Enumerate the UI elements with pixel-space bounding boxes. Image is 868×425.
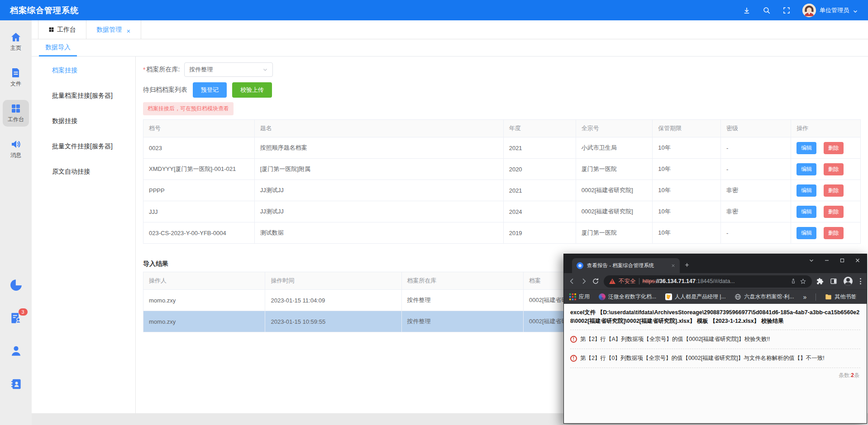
cell-retention: 10年 [653,137,721,159]
menu-item-label: 批量文件挂接[服务器] [52,142,113,150]
delete-button[interactable]: 删除 [824,163,844,175]
contact-book-icon[interactable] [10,378,22,390]
sidebar-item-label: 工作台 [8,116,24,123]
menu-item[interactable]: 批量档案挂接[服务器] [32,83,135,108]
window-titlebar[interactable]: 查看报告 - 档案综合管理系统 [564,254,867,273]
forward-icon[interactable] [580,278,587,285]
fullscreen-icon[interactable] [782,6,791,14]
cell-actions: 编辑 删除 [791,201,861,222]
cell-secrecy: - [720,137,791,159]
edit-button[interactable]: 编辑 [796,142,816,154]
bookmark-item[interactable]: 泛微全程数字化档... [599,293,656,301]
search-icon[interactable] [763,6,771,14]
browser-tab-title: 查看报告 - 档案综合管理系统 [587,262,668,269]
cell-title: JJ测试JJ [254,180,503,201]
menu-item[interactable]: 批量文件挂接[服务器] [32,133,135,159]
delete-button[interactable]: 删除 [824,142,844,154]
table-row: PPPP JJ测试JJ 2021 0002[福建省研究院] 10年 非密 编辑 … [143,180,861,201]
menu-item[interactable]: 数据挂接 [32,108,135,133]
subtab-data-import[interactable]: 数据导入 [39,43,77,56]
url-scheme: https: [643,278,657,284]
bookmark-star-icon[interactable] [800,278,806,285]
tab-data-management[interactable]: 数据管理 [86,20,141,39]
browser-tab[interactable]: 查看报告 - 档案综合管理系统 [572,258,680,273]
more-bookmarks-icon[interactable]: » [803,293,806,301]
preregister-button[interactable]: 预登记 [193,82,227,98]
menu-item-label: 原文自动挂接 [52,168,90,175]
cell-library: 按件整理 [401,311,523,332]
side-panel-icon[interactable] [830,278,837,285]
col-archive-no: 档号 [143,120,255,137]
header-actions: 单位管理员 [743,4,858,17]
library-select[interactable]: 按件整理 [184,62,273,77]
sidebar: 主页 文件 工作台 消息 [0,20,32,425]
security-chip[interactable]: 不安全 [619,278,636,285]
edit-button[interactable]: 编辑 [796,184,816,197]
minimize-icon[interactable] [824,258,830,263]
menu-item[interactable]: 原文自动挂接 [32,159,135,184]
tab-label: 数据管理 [96,26,122,34]
close-icon[interactable] [126,28,131,32]
count-value: 2 [851,372,854,378]
download-icon[interactable] [743,6,751,14]
share-icon[interactable] [790,278,796,284]
extensions-puzzle-icon[interactable] [816,278,824,285]
browser-profile-icon[interactable] [844,277,853,286]
delete-button[interactable]: 删除 [824,227,844,239]
close-tab-icon[interactable] [671,264,675,268]
maximize-icon[interactable] [839,258,845,263]
close-window-icon[interactable] [855,258,860,263]
grid-icon [10,103,21,114]
sidebar-item-label: 文件 [10,80,21,88]
browser-menu-icon[interactable] [859,277,862,285]
cell-year: 2019 [503,222,576,244]
sidebar-item-messages[interactable]: 消息 [3,136,29,162]
record-count: 条数:2条 [570,368,860,383]
error-text: 第【2】行【A】列数据项【全宗号】的值【0002[福建省研究院]】校验失败!! [580,335,770,343]
sidebar-item-files[interactable]: 文件 [3,64,29,91]
edit-button[interactable]: 编辑 [796,206,816,218]
folder-icon [825,293,832,300]
cell-operator: momo.zxy [143,290,265,311]
user-menu[interactable]: 单位管理员 [802,4,858,17]
edit-button[interactable]: 编辑 [796,163,816,175]
bookmarks-bar: 应用 泛微全程数字化档... 人人都是产品经理 |... 六盘水市档案馆-利..… [564,289,867,304]
table-row: JJJ JJ测试JJ 2024 0002[福建省研究院] 10年 非密 编辑 删… [143,201,861,222]
pie-chart-icon[interactable] [10,279,22,291]
window-menu-icon[interactable] [809,258,814,263]
sidebar-item-workbench[interactable]: 工作台 [3,100,29,127]
url-text: https://36.134.71.147:18445/#/data... [643,278,787,284]
menu-item-label: 批量档案挂接[服务器] [52,92,113,99]
divider [816,293,816,301]
archive-table: 档号 题名 年度 全宗号 保管期限 密级 操作 00 [143,119,861,244]
menu-item[interactable]: 档案挂接 [32,57,135,83]
col-title: 题名 [254,120,503,137]
bookmark-label: 泛微全程数字化档... [608,293,656,301]
bookmark-item[interactable]: 人人都是产品经理 |... [665,293,725,301]
new-tab-icon[interactable] [684,261,690,269]
verify-upload-button[interactable]: 校验上传 [232,82,272,98]
address-bar[interactable]: 不安全 https://36.134.71.147:18445/#/data..… [604,275,812,288]
library-form-row: * 档案所在库: 按件整理 [143,62,861,77]
other-bookmarks[interactable]: 其他书签 [825,293,856,301]
col-fonds: 全宗号 [576,120,653,137]
sidebar-bottom-group: 3 [0,279,32,390]
edit-button[interactable]: 编辑 [796,227,816,239]
user-icon[interactable] [10,345,22,357]
cell-fonds: 厦门第一医院 [576,159,653,180]
bookmark-item[interactable]: 六盘水市档案馆-利... [734,293,794,301]
delete-button[interactable]: 删除 [824,184,844,197]
menu-item-label: 档案挂接 [52,66,77,74]
stamp-document-icon[interactable]: 3 [10,312,22,324]
table-row: 0023 按照顺序题名档案 2021 小武市卫生局 10年 - 编辑 删除 [143,137,861,159]
back-icon[interactable] [568,278,576,285]
tab-workbench[interactable]: 工作台 [38,20,86,39]
sidebar-item-home[interactable]: 主页 [3,28,29,55]
error-text: 第【2】行【0】列数据项【全宗号】的值【0002[福建省研究院]】与文件名称解析… [580,354,825,362]
bookmark-apps[interactable]: 应用 [569,293,590,301]
cell-retention: 10年 [653,222,721,244]
cell-fonds: 小武市卫生局 [576,137,653,159]
reload-icon[interactable] [592,278,599,285]
window-controls [809,258,860,263]
delete-button[interactable]: 删除 [824,206,844,218]
